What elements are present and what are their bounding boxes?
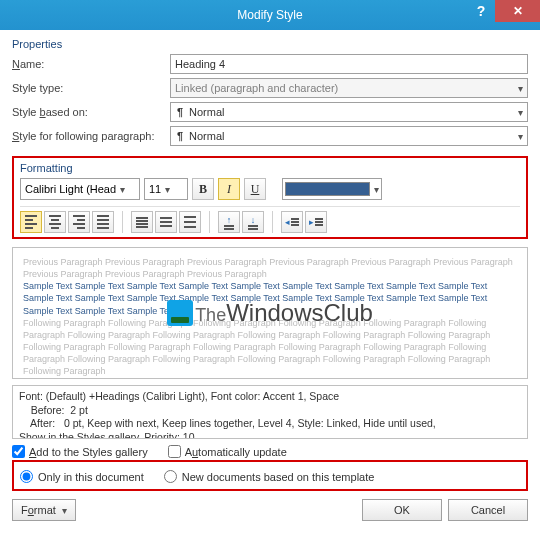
title-bar: Modify Style ? ✕ — [0, 0, 540, 30]
style-type-select: Linked (paragraph and character)▾ — [170, 78, 528, 98]
formatting-legend: Formatting — [20, 162, 520, 174]
space-before-dec-button[interactable]: ↓ — [242, 211, 264, 233]
chevron-down-icon: ▾ — [518, 107, 523, 118]
based-on-label: Style based on: — [12, 106, 170, 118]
font-size-select[interactable]: 11▾ — [144, 178, 188, 200]
bold-button[interactable]: B — [192, 178, 214, 200]
align-left-button[interactable] — [20, 211, 42, 233]
dialog-title: Modify Style — [0, 8, 540, 22]
font-select[interactable]: Calibri Light (Head▾ — [20, 178, 140, 200]
formatting-highlight: Formatting Calibri Light (Head▾ 11▾ B I … — [12, 156, 528, 239]
preview-previous-text: Previous Paragraph Previous Paragraph Pr… — [23, 256, 517, 280]
following-select[interactable]: ¶Normal▾ — [170, 126, 528, 146]
indent-increase-button[interactable]: ▸ — [305, 211, 327, 233]
help-button[interactable]: ? — [467, 0, 495, 22]
preview-following-text: Following Paragraph Following Paragraph … — [23, 317, 517, 378]
align-justify-button[interactable] — [92, 211, 114, 233]
align-right-button[interactable] — [68, 211, 90, 233]
auto-update-checkbox[interactable]: Automatically update — [168, 445, 287, 458]
font-color-select[interactable]: ▾ — [282, 178, 382, 200]
close-button[interactable]: ✕ — [495, 0, 540, 22]
ok-button[interactable]: OK — [362, 499, 442, 521]
line-spacing-2-button[interactable] — [179, 211, 201, 233]
name-input[interactable] — [170, 54, 528, 74]
space-before-inc-button[interactable]: ↑ — [218, 211, 240, 233]
paragraph-icon: ¶ — [175, 107, 185, 117]
only-document-radio[interactable]: Only in this document — [20, 470, 144, 483]
chevron-down-icon: ▾ — [518, 83, 523, 94]
chevron-down-icon: ▾ — [374, 184, 379, 195]
align-center-button[interactable] — [44, 211, 66, 233]
chevron-down-icon: ▾ — [120, 184, 125, 195]
chevron-down-icon: ▾ — [518, 131, 523, 142]
based-on-select[interactable]: ¶Normal▾ — [170, 102, 528, 122]
underline-button[interactable]: U — [244, 178, 266, 200]
add-gallery-checkbox[interactable]: Add to the Styles gallery — [12, 445, 148, 458]
line-spacing-1-button[interactable] — [131, 211, 153, 233]
properties-group: Name: Style type: Linked (paragraph and … — [12, 54, 528, 150]
cancel-button[interactable]: Cancel — [448, 499, 528, 521]
paragraph-icon: ¶ — [175, 131, 185, 141]
format-button[interactable]: Format ▾ — [12, 499, 76, 521]
new-documents-radio[interactable]: New documents based on this template — [164, 470, 375, 483]
color-swatch — [285, 182, 370, 196]
name-label: Name: — [12, 58, 170, 70]
preview-box: Previous Paragraph Previous Paragraph Pr… — [12, 247, 528, 379]
properties-legend: Properties — [12, 36, 528, 54]
style-type-label: Style type: — [12, 82, 170, 94]
chevron-down-icon: ▾ — [165, 184, 170, 195]
preview-sample-text: Sample Text Sample Text Sample Text Samp… — [23, 280, 517, 316]
scope-highlight: Only in this document New documents base… — [12, 460, 528, 491]
italic-button[interactable]: I — [218, 178, 240, 200]
line-spacing-15-button[interactable] — [155, 211, 177, 233]
following-label: Style for following paragraph: — [12, 130, 170, 142]
chevron-down-icon: ▾ — [62, 505, 67, 516]
indent-decrease-button[interactable]: ◂ — [281, 211, 303, 233]
style-description: Font: (Default) +Headings (Calibri Light… — [12, 385, 528, 439]
